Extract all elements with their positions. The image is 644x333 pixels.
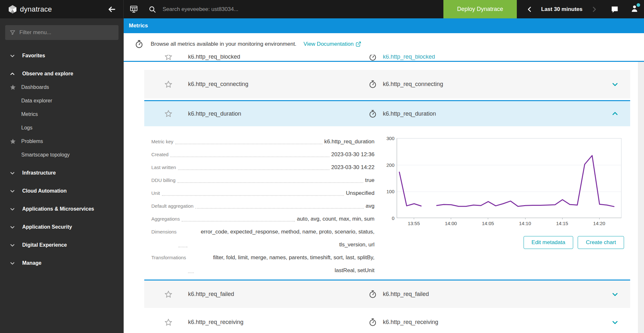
time-range-selector[interactable]: Last 30 minutes [541, 6, 583, 13]
sidebar-item-data-explorer[interactable]: Data explorer [0, 94, 124, 108]
metric-stopwatch-icon [368, 290, 377, 299]
sidebar-section-infrastructure[interactable]: Infrastructure [0, 166, 124, 180]
sidebar-item-problems[interactable]: Problems [0, 135, 124, 148]
sidebar-section-cloud-automation[interactable]: Cloud Automation [0, 184, 124, 198]
dynatrace-logo[interactable]: dynatrace [8, 5, 52, 14]
line-chart-svg [397, 138, 622, 218]
expand-chevron-down-icon[interactable] [611, 81, 619, 88]
metric-name: k6.http_req_connecting [188, 81, 368, 88]
metric-meta: k6.http_req_blocked [368, 55, 435, 61]
environment-monitor-icon[interactable] [129, 5, 138, 14]
expand-chevron-down-icon[interactable] [611, 319, 619, 326]
favorite-star-icon[interactable] [164, 55, 173, 61]
metric-stopwatch-icon [368, 80, 377, 89]
y-axis-labels: 0100200300 [384, 138, 394, 218]
collapse-chevron-up-icon[interactable] [611, 110, 619, 117]
user-menu[interactable] [630, 4, 639, 14]
metric-metadata: Metric keyk6.http_req_duration Created20… [151, 135, 374, 277]
chevron-down-icon [10, 206, 15, 212]
sidebar-section-applications-microservices[interactable]: Applications & Microservices [0, 202, 124, 216]
metadata-field: Default aggregationavg [151, 200, 374, 213]
section-divider [124, 61, 644, 62]
arrow-left-icon [107, 5, 116, 14]
metric-row-failed[interactable]: k6.http_req_failed k6.http_req_failed [144, 281, 630, 308]
metric-row: k6.http_req_blocked k6.http_req_blocked [144, 55, 630, 61]
metadata-field: UnitUnspecified [151, 187, 374, 200]
expand-chevron-down-icon[interactable] [611, 291, 619, 298]
leader-dots [178, 247, 187, 247]
info-message: Browse all metrics available in your mon… [151, 41, 297, 47]
edit-metadata-button[interactable]: Edit metadata [524, 236, 573, 249]
y-axis-tick-label: 200 [384, 162, 394, 168]
metric-chart: 0100200300 13:5514:0014:0514:1014:1514:2… [384, 138, 624, 249]
favorite-star-icon[interactable] [164, 290, 173, 299]
filter-funnel-icon [10, 29, 15, 36]
user-status-dot [637, 3, 640, 7]
metadata-field: Dimensionserror_code, expected_response,… [151, 225, 374, 251]
sidebar-item-metrics[interactable]: Metrics [0, 108, 124, 121]
x-axis-tick-mark [414, 218, 414, 219]
search-icon[interactable] [148, 5, 156, 13]
chevron-down-icon [10, 188, 15, 194]
metric-name: k6.http_req_duration [188, 110, 368, 117]
main-content: Metrics Browse all metrics available in … [124, 18, 644, 333]
sidebar-section-manage[interactable]: Manage [0, 256, 124, 270]
y-axis-tick-label: 100 [384, 188, 394, 195]
metric-meta: k6.http_req_duration [368, 109, 436, 118]
metric-name: k6.http_req_blocked [188, 55, 368, 60]
x-axis-tick-label: 14:15 [556, 221, 568, 226]
time-range-next-button[interactable] [591, 6, 597, 13]
search-input[interactable]: Search eyeveebee: ust83034... [163, 6, 238, 13]
page-header-bar: Metrics [124, 18, 644, 33]
create-chart-button[interactable]: Create chart [578, 236, 624, 249]
x-axis-tick-mark [488, 218, 488, 219]
vertical-scrollbar[interactable] [638, 62, 644, 333]
metric-row-connecting[interactable]: k6.http_req_connecting k6.http_req_conne… [144, 70, 630, 99]
sidebar-item-dashboards[interactable]: Dashboards [0, 81, 124, 94]
chat-icon[interactable] [610, 5, 619, 14]
metric-row-duration[interactable]: k6.http_req_duration k6.http_req_duratio… [144, 101, 630, 126]
favorite-star-icon[interactable] [164, 109, 173, 118]
x-axis-tick-mark [599, 218, 600, 219]
sidebar-section-favorites[interactable]: Favorites [0, 49, 124, 62]
metric-detail-panel: Metric keyk6.http_req_duration Created20… [144, 126, 630, 280]
dynatrace-logo-icon [8, 5, 17, 14]
deploy-dynatrace-button[interactable]: Deploy Dynatrace [443, 0, 516, 18]
leader-dots [188, 272, 194, 273]
metric-display-name: k6.http_req_failed [383, 291, 429, 298]
sidebar-filter[interactable] [5, 25, 118, 40]
sidebar-section-digital-experience[interactable]: Digital Experience [0, 238, 124, 252]
chart-actions: Edit metadata Create chart [384, 236, 624, 249]
chart-line-series [436, 156, 614, 207]
time-range-previous-button[interactable] [526, 6, 533, 13]
sidebar: Favorites Observe and explore Dashboards… [0, 18, 124, 333]
x-axis-tick-mark [525, 218, 526, 219]
favorite-star-icon[interactable] [164, 318, 173, 327]
chevron-down-icon [10, 224, 15, 230]
metric-list: k6.http_req_blocked k6.http_req_blocked [124, 55, 644, 333]
sidebar-item-smartscape-topology[interactable]: Smartscape topology [0, 148, 124, 162]
chevron-left-icon [526, 6, 533, 13]
x-axis-tick-label: 14:20 [593, 221, 605, 226]
metadata-field: Created2023-03-30 12:36 [151, 148, 374, 161]
x-axis-labels: 13:5514:0014:0514:1014:1514:20 [397, 218, 621, 228]
chevron-down-icon [10, 170, 15, 176]
view-documentation-link[interactable]: View Documentation [304, 41, 362, 47]
collapse-sidebar-button[interactable] [107, 5, 116, 14]
x-axis-tick-label: 13:55 [408, 221, 420, 226]
info-bar: Browse all metrics available in your mon… [124, 33, 644, 55]
chevron-right-icon [591, 6, 597, 13]
metric-stopwatch-icon [135, 40, 144, 49]
sidebar-section-observe-and-explore[interactable]: Observe and explore [0, 67, 124, 81]
sidebar-item-logs[interactable]: Logs [0, 121, 124, 135]
page-title: Metrics [129, 23, 148, 29]
metric-stopwatch-icon [368, 109, 377, 118]
filter-menu-input[interactable] [19, 29, 114, 36]
metric-row-receiving[interactable]: k6.http_req_receiving k6.http_req_receiv… [144, 308, 630, 333]
favorite-star-icon[interactable] [164, 80, 173, 89]
chart-plot-area: 0100200300 [397, 138, 621, 218]
x-axis-tick-label: 14:00 [445, 221, 457, 226]
chevron-down-icon [10, 261, 15, 266]
metric-row-blocked-clipped[interactable]: k6.http_req_blocked k6.http_req_blocked [144, 55, 630, 61]
sidebar-section-application-security[interactable]: Application Security [0, 220, 124, 234]
